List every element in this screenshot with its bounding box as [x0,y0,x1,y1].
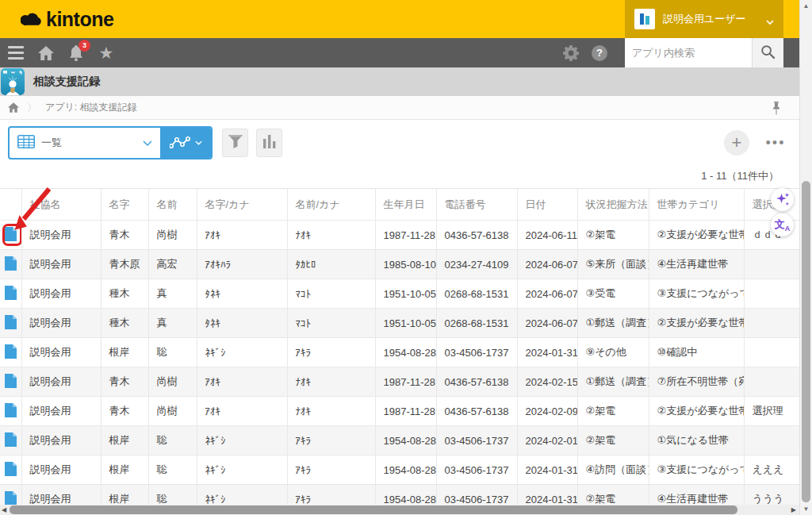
cell-phone-number: 0436-57-6138 [436,397,517,426]
notification-count-badge: 3 [79,40,90,52]
cell-option [744,309,799,338]
help-icon[interactable]: ? [590,44,609,63]
column-header-last-name[interactable]: 名字 [101,189,148,221]
column-header-household-category[interactable]: 世帯カテゴリ [649,189,744,221]
app-search-input[interactable] [625,38,752,67]
column-header-shakyo-name[interactable]: 社協名 [21,189,101,221]
vertical-scrollbar-thumb[interactable] [802,181,810,502]
table-row: 説明会用根岸聡ﾈｷﾞｼｱｷﾗ1954-08-2803-4506-17372024… [0,338,799,367]
record-open-icon[interactable] [0,221,21,250]
app-header-bar: 相談支援記録 [0,67,812,96]
cell-shakyo-name: 説明会用 [21,455,101,485]
column-header-contact-method[interactable]: 状況把握方法 [577,189,649,221]
app-icon[interactable] [1,68,25,95]
cell-last-name-kana: ｱｵｷﾊﾗ [197,250,287,279]
kintone-logo-text: kintone [46,8,113,31]
cell-first-name-kana: ﾀｶﾋﾛ [287,250,375,279]
notifications-bell-icon[interactable]: 3 [67,44,85,62]
column-header-first-name-kana[interactable]: 名前/カナ [287,189,375,221]
cell-shakyo-name: 説明会用 [21,221,101,250]
horizontal-scrollbar-thumb[interactable] [10,505,737,514]
cell-first-name-kana: ﾅｵｷ [287,221,375,250]
column-header-last-name-kana[interactable]: 名字/カナ [197,189,287,221]
cell-date: 2024-06-07 [517,309,577,338]
home-icon[interactable] [37,44,55,62]
scroll-right-arrow[interactable]: ▶ [791,505,796,515]
add-record-button[interactable]: + [724,130,749,156]
cell-option: 選択理 [744,397,799,426]
scroll-left-arrow[interactable]: ◀ [2,505,6,515]
record-open-icon[interactable] [0,367,21,397]
record-open-icon[interactable] [0,279,21,309]
cell-birth-date: 1985-08-10 [375,250,436,279]
table-row: 説明会用青木尚樹ｱｵｷﾅｵｷ1987-11-280436-57-61382024… [0,397,799,426]
cell-contact-method: ②架電 [577,397,649,426]
cell-date: 2024-01-31 [517,338,577,367]
table-header-row: 社協名名字名前名字/カナ名前/カナ生年月日電話番号日付状況把握方法世帯カテゴリ選… [0,189,799,221]
cell-first-name: 真 [148,279,197,309]
table-row: 説明会用青木原高宏ｱｵｷﾊﾗﾀｶﾋﾛ1985-08-100234-27-4109… [0,250,799,279]
record-open-icon[interactable] [0,426,21,455]
record-open-icon[interactable] [0,397,21,426]
gear-icon[interactable] [561,44,580,63]
cell-option [744,367,799,397]
record-open-icon[interactable] [0,250,21,279]
cell-shakyo-name: 説明会用 [21,397,101,426]
breadcrumb-path: アプリ: 相談支援記録 [45,101,137,114]
cell-shakyo-name: 説明会用 [21,250,101,279]
record-icon-column-header [0,189,21,221]
column-header-date[interactable]: 日付 [517,189,577,221]
view-selector[interactable]: 一覧 [8,126,213,159]
column-header-birth-date[interactable]: 生年月日 [375,189,436,221]
cell-last-name: 根岸 [101,455,148,485]
scroll-down-arrow[interactable]: ▼ [800,505,812,513]
cell-date: 2024-06-07 [517,279,577,309]
translate-icon[interactable]: 文A [771,213,794,236]
cell-phone-number: 0436-57-6138 [436,221,517,250]
breadcrumb-home-icon[interactable] [8,102,19,113]
cell-last-name: 種木 [101,279,148,309]
cell-last-name-kana: ｱｵｷ [197,367,287,397]
records-table: 社協名名字名前名字/カナ名前/カナ生年月日電話番号日付状況把握方法世帯カテゴリ選… [0,188,799,514]
column-header-first-name[interactable]: 名前 [148,189,197,221]
hamburger-menu-icon[interactable] [7,44,25,62]
breadcrumb: 〉 アプリ: 相談支援記録 [0,96,812,120]
search-button[interactable] [752,38,783,67]
cell-first-name-kana: ﾏｺﾄ [287,309,375,338]
cell-date: 2024-02-01 [517,426,577,455]
app-search [625,38,783,67]
user-name: 説明会用ユーザー [663,12,758,26]
cell-last-name-kana: ﾈｷﾞｼ [197,455,287,485]
more-options-button[interactable]: ••• [760,133,791,152]
cell-first-name: 聡 [148,455,197,485]
cell-last-name: 根岸 [101,426,148,455]
cell-contact-method: ⑨その他 [577,338,649,367]
record-count: 1 - 11（11件中） [701,169,779,183]
vertical-scrollbar[interactable]: ▲ ▼ [799,0,812,515]
pin-icon[interactable] [768,99,785,117]
cell-household-category: ④生活再建世帯 [649,250,744,279]
cell-first-name-kana: ｱｷﾗ [287,338,375,367]
kintone-logo[interactable]: kintone [21,8,113,31]
column-header-phone-number[interactable]: 電話番号 [436,189,517,221]
cell-phone-number: 0436-57-6138 [436,367,517,397]
cell-birth-date: 1951-10-05 [375,279,436,309]
ai-sparkle-icon[interactable] [771,188,794,211]
graph-view-button[interactable] [160,128,211,158]
cell-birth-date: 1987-11-28 [375,221,436,250]
cell-shakyo-name: 説明会用 [21,338,101,367]
user-menu[interactable]: 説明会用ユーザー [625,0,783,38]
chart-button[interactable] [256,129,282,157]
record-open-icon[interactable] [0,455,21,485]
scroll-up-arrow[interactable]: ▲ [800,2,812,10]
record-open-icon[interactable] [0,338,21,367]
record-list: 社協名名字名前名字/カナ名前/カナ生年月日電話番号日付状況把握方法世帯カテゴリ選… [0,188,799,514]
cell-phone-number: 03-4506-1737 [436,455,517,485]
filter-button[interactable] [222,129,248,157]
horizontal-scrollbar[interactable]: ◀ ▶ [0,505,799,515]
record-open-icon[interactable] [0,309,21,338]
cell-contact-method: ③受電 [577,279,649,309]
favorites-star-icon[interactable]: ★ [98,44,115,62]
cell-last-name: 青木 [101,397,148,426]
table-row: 説明会用青木尚樹ｱｵｷﾅｵｷ1987-11-280436-57-61382024… [0,367,799,397]
